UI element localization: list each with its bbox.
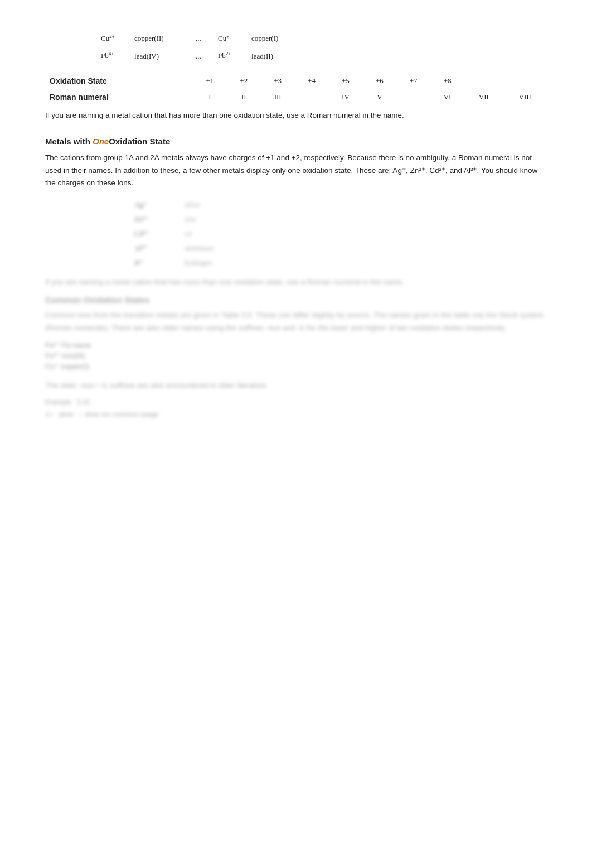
ox-val-1: +1 (193, 74, 227, 89)
ion-body-row-ag: Ag⁺ silver (134, 200, 547, 209)
roman-II: II (227, 89, 261, 104)
ox-val-empty (464, 74, 503, 89)
ion-body-col2-cd: cd (185, 229, 191, 238)
ox-val-empty2 (503, 74, 547, 89)
section-heading-one-oxidation: Metals with OneOxidation State (45, 137, 547, 146)
roman-VII: VII (464, 89, 503, 104)
ion-body-row-zn: Zn²⁺ zinc (134, 215, 547, 224)
ion-body-col2-zn: zinc (185, 215, 197, 224)
blurred-info2: If you are naming a metal cation that ha… (45, 276, 547, 288)
roman-I: I (193, 89, 227, 104)
ox-val-8: +8 (430, 74, 464, 89)
ion-dots-1: ... (196, 34, 218, 43)
ion-body-col2-ag: silver (185, 200, 201, 209)
ion-symbol-pb4: Pb4+ (101, 51, 134, 60)
roman-VI: VI (430, 89, 464, 104)
ion-symbol-cu1: Cu+ (218, 33, 251, 43)
heading-italic: One (93, 137, 109, 146)
ox-val-6: +6 (362, 74, 396, 89)
roman-IV: IV (328, 89, 362, 104)
ion-name-lead4: lead(IV) (134, 52, 196, 61)
ion-body-col1-h: H⁺ (134, 258, 168, 267)
roman-numeral-label: Roman numeral (45, 89, 193, 104)
ion-row-lead: Pb4+ lead(IV) ... Pb2+ lead(II) (101, 51, 547, 60)
ion-body-row-cd: Cd²⁺ cd (134, 229, 547, 238)
ion-body-col2-h: hydrogen (185, 258, 212, 267)
ox-val-2: +2 (227, 74, 261, 89)
heading-prefix: Metals with (45, 137, 93, 146)
ion-examples: Cu2+ copper(II) ... Cu+ copper(I) Pb4+ l… (101, 33, 547, 61)
oxidation-state-label: Oxidation State (45, 74, 193, 89)
roman-IV-empty (295, 89, 329, 104)
ox-val-7: +7 (396, 74, 430, 89)
ox-val-5: +5 (328, 74, 362, 89)
blurred-heading2: Common Oxidation States (45, 295, 547, 305)
roman-V: V (362, 89, 396, 104)
blurred-footer-label: Example 3.10 (45, 398, 547, 406)
roman-III: III (261, 89, 295, 104)
ion-body-row-al: Al³⁺ aluminum (134, 244, 547, 253)
content-area: Cu2+ copper(II) ... Cu+ copper(I) Pb4+ l… (45, 33, 547, 418)
ox-val-3: +3 (261, 74, 295, 89)
oxidation-state-row: Oxidation State +1 +2 +3 +4 +5 +6 +7 +8 (45, 74, 547, 89)
roman-VIII: VIII (503, 89, 547, 104)
ion-body-col2-al: aluminum (185, 244, 214, 253)
ion-body-table: Ag⁺ silver Zn²⁺ zinc Cd²⁺ cd Al³⁺ alumin… (134, 200, 547, 267)
roman-VI-empty (396, 89, 430, 104)
ion-body-col1-zn: Zn²⁺ (134, 215, 168, 224)
roman-numeral-row: Roman numeral I II III IV V VI VII VIII (45, 89, 547, 104)
blurred-para3: The older -ous / -ic suffixes are also e… (45, 379, 547, 392)
ion-name-copper1: copper(I) (251, 34, 313, 43)
ion-body-row-h: H⁺ hydrogen (134, 258, 547, 267)
ion-name-copper2: copper(II) (134, 34, 196, 43)
ion-symbol-pb2: Pb2+ (218, 51, 251, 60)
ion-body-col1-ag: Ag⁺ (134, 200, 168, 209)
blurred-list-section: Fe²⁺ Fe-name Fe³⁺ iron(III) Cu⁺ copper(I… (45, 341, 547, 370)
section1-body: The cations from group 1A and 2A metals … (45, 152, 547, 189)
info-text: If you are naming a metal cation that ha… (45, 109, 547, 122)
oxidation-table: Oxidation State +1 +2 +3 +4 +5 +6 +7 +8 … (45, 74, 547, 104)
blurred-para2: Common ions from the transition metals a… (45, 309, 547, 334)
blurred-footer-text: 1+ silver → silver ion common usage (45, 411, 547, 418)
ion-body-col1-al: Al³⁺ (134, 244, 168, 253)
ion-symbol-cu2: Cu2+ (101, 33, 134, 43)
heading-suffix: Oxidation State (109, 137, 170, 146)
ox-val-4: +4 (295, 74, 329, 89)
oxidation-table-wrapper: Oxidation State +1 +2 +3 +4 +5 +6 +7 +8 … (45, 74, 547, 104)
ion-body-col1-cd: Cd²⁺ (134, 229, 168, 238)
ion-name-lead2: lead(II) (251, 52, 313, 61)
ion-dots-2: ... (196, 52, 218, 61)
ion-row-copper: Cu2+ copper(II) ... Cu+ copper(I) (101, 33, 547, 43)
